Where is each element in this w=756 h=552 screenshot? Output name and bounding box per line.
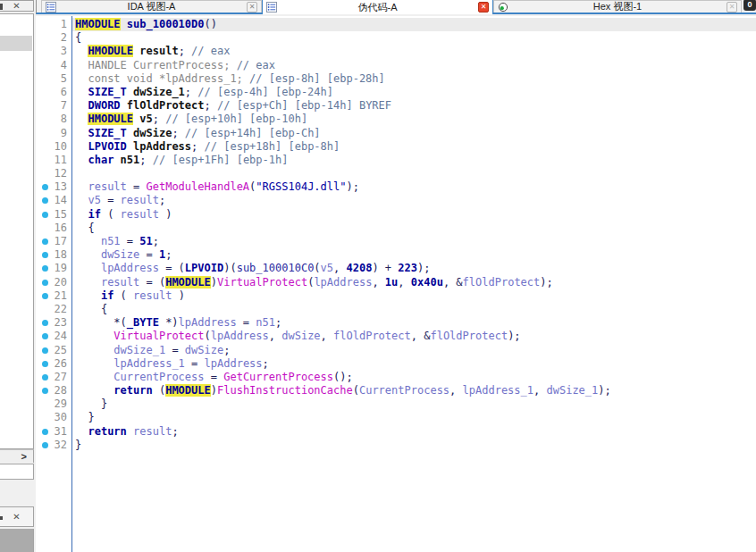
code-text[interactable]: if ( result ) <box>72 289 756 303</box>
breakpoint-dot-icon[interactable] <box>42 333 48 339</box>
code-line[interactable]: 15 if ( result ) <box>36 208 756 222</box>
breakpoint-dot-icon[interactable] <box>42 265 48 272</box>
code-line[interactable]: 24 VirtualProtect(lpAddress, dwSize, flO… <box>36 330 756 343</box>
code-gutter[interactable]: 30 <box>36 411 72 424</box>
breakpoint-dot-icon[interactable] <box>42 293 48 299</box>
code-line[interactable]: 10 LPVOID lpAddress; // [esp+18h] [ebp-8… <box>36 140 756 154</box>
code-text[interactable] <box>72 167 756 180</box>
code-gutter[interactable]: 10 <box>36 140 72 154</box>
code-line[interactable]: 16 { <box>36 222 756 235</box>
tab-ida-view[interactable]: IDA 视图-A ✕ <box>41 0 262 13</box>
tab-hex-view[interactable]: Hex 视图-1 ✕ <box>493 0 742 13</box>
code-gutter[interactable]: 11 <box>36 154 72 167</box>
code-text[interactable]: DWORD flOldProtect; // [esp+Ch] [ebp-14h… <box>72 99 756 113</box>
pseudocode-pane[interactable]: 1HMODULE sub_100010D0()2{3 HMODULE resul… <box>36 16 756 552</box>
code-text[interactable]: { <box>72 303 756 316</box>
code-line[interactable]: 14 v5 = result; <box>36 194 756 207</box>
code-text[interactable]: result = GetModuleHandleA("RGSS104J.dll"… <box>72 180 756 194</box>
code-line[interactable]: 22 { <box>36 303 756 316</box>
code-gutter[interactable]: 9 <box>36 127 72 140</box>
code-line[interactable]: 6 SIZE_T dwSize_1; // [esp-4h] [ebp-24h] <box>36 86 756 99</box>
code-line[interactable]: 18 dwSize = 1; <box>36 248 756 262</box>
code-gutter[interactable]: 27 <box>36 371 72 384</box>
code-gutter[interactable]: 8 <box>36 113 72 126</box>
code-line[interactable]: 11 char n51; // [esp+1Fh] [ebp-1h] <box>36 154 756 167</box>
code-line[interactable]: 4 HANDLE CurrentProcess; // eax <box>36 59 756 72</box>
code-gutter[interactable]: 13 <box>36 180 72 194</box>
code-text[interactable]: { <box>72 31 756 45</box>
code-text[interactable]: lpAddress = (LPVOID)(sub_100010C0(v5, 42… <box>72 262 756 275</box>
code-gutter[interactable]: 26 <box>36 357 72 371</box>
breakpoint-dot-icon[interactable] <box>42 320 48 326</box>
code-text[interactable]: LPVOID lpAddress; // [esp+18h] [ebp-8h] <box>72 140 756 154</box>
code-text[interactable]: v5 = result; <box>72 194 756 207</box>
code-gutter[interactable]: 25 <box>36 344 72 357</box>
code-gutter[interactable]: 21 <box>36 289 72 303</box>
tab-pseudocode[interactable]: 伪代码-A ✕ <box>262 0 493 14</box>
code-gutter[interactable]: 20 <box>36 276 72 289</box>
code-gutter[interactable]: 23 <box>36 316 72 330</box>
code-gutter[interactable]: 28 <box>36 384 72 397</box>
code-gutter[interactable]: 18 <box>36 248 72 262</box>
breakpoint-dot-icon[interactable] <box>42 280 48 286</box>
code-gutter[interactable]: 31 <box>36 425 72 439</box>
close-tab-icon[interactable]: ✕ <box>478 2 489 13</box>
code-line[interactable]: 32} <box>36 439 756 452</box>
code-text[interactable]: lpAddress_1 = lpAddress; <box>72 357 756 371</box>
code-line[interactable]: 31 return result; <box>36 425 756 439</box>
code-gutter[interactable]: 32 <box>36 439 72 452</box>
code-line[interactable]: 8 HMODULE v5; // [esp+10h] [ebp-10h] <box>36 113 756 126</box>
close-tab-icon[interactable]: ✕ <box>247 2 257 13</box>
code-gutter[interactable]: 5 <box>36 72 72 86</box>
code-text[interactable]: } <box>72 411 756 424</box>
breakpoint-dot-icon[interactable] <box>42 197 48 204</box>
breakpoint-dot-icon[interactable] <box>42 442 48 448</box>
breakpoint-dot-icon[interactable] <box>42 374 48 381</box>
code-gutter[interactable]: 29 <box>36 397 72 411</box>
code-line[interactable]: 3 HMODULE result; // eax <box>36 45 756 58</box>
code-text[interactable]: return result; <box>72 425 756 439</box>
code-text[interactable]: HMODULE v5; // [esp+10h] [ebp-10h] <box>72 113 756 126</box>
code-gutter[interactable]: 24 <box>36 330 72 343</box>
code-text[interactable]: *(_BYTE *)lpAddress = n51; <box>72 316 756 330</box>
code-text[interactable]: const void *lpAddress_1; // [esp-8h] [eb… <box>72 72 756 86</box>
code-gutter[interactable]: 6 <box>36 86 72 99</box>
code-text[interactable]: SIZE_T dwSize_1; // [esp-4h] [ebp-24h] <box>72 86 756 99</box>
code-text[interactable]: char n51; // [esp+1Fh] [ebp-1h] <box>72 154 756 167</box>
code-text[interactable]: HMODULE result; // eax <box>72 45 756 58</box>
breakpoint-dot-icon[interactable] <box>42 252 48 258</box>
close-panel-icon[interactable]: ✕ <box>11 511 22 523</box>
code-line[interactable]: 13 result = GetModuleHandleA("RGSS104J.d… <box>36 180 756 194</box>
code-gutter[interactable]: 7 <box>36 99 72 113</box>
breakpoint-dot-icon[interactable] <box>42 388 48 394</box>
code-text[interactable]: { <box>72 222 756 235</box>
breakpoint-dot-icon[interactable] <box>42 347 48 354</box>
code-text[interactable]: SIZE_T dwSize; // [esp+14h] [ebp-Ch] <box>72 127 756 140</box>
code-text[interactable]: dwSize = 1; <box>72 248 756 262</box>
windows-list-button[interactable]: 0 <box>743 0 756 11</box>
code-gutter[interactable]: 3 <box>36 45 72 58</box>
code-line[interactable]: 28 return (HMODULE)FlushInstructionCache… <box>36 384 756 397</box>
code-line[interactable]: 7 DWORD flOldProtect; // [esp+Ch] [ebp-1… <box>36 99 756 113</box>
scroll-right-icon[interactable]: > <box>21 450 27 463</box>
code-line[interactable]: 27 CurrentProcess = GetCurrentProcess(); <box>36 371 756 384</box>
code-line[interactable]: 26 lpAddress_1 = lpAddress; <box>36 357 756 371</box>
code-line[interactable]: 19 lpAddress = (LPVOID)(sub_100010C0(v5,… <box>36 262 756 275</box>
left-panel-titlebar[interactable]: ✕ <box>0 0 34 12</box>
close-tab-icon[interactable]: ✕ <box>727 2 737 13</box>
panel-list-selected-row[interactable] <box>0 36 32 51</box>
code-text[interactable]: CurrentProcess = GetCurrentProcess(); <box>72 371 756 384</box>
code-line[interactable]: 12 <box>36 167 756 180</box>
code-gutter[interactable]: 17 <box>36 235 72 248</box>
breakpoint-dot-icon[interactable] <box>42 184 48 190</box>
code-text[interactable]: } <box>72 439 756 452</box>
code-text[interactable]: return (HMODULE)FlushInstructionCache(Cu… <box>72 384 756 397</box>
code-line[interactable]: 21 if ( result ) <box>36 289 756 303</box>
code-gutter[interactable]: 12 <box>36 167 72 180</box>
code-line[interactable]: 2{ <box>36 31 756 45</box>
code-text[interactable]: if ( result ) <box>72 208 756 222</box>
code-line[interactable]: 9 SIZE_T dwSize; // [esp+14h] [ebp-Ch] <box>36 127 756 140</box>
bottom-panel-titlebar[interactable]: ✕ <box>0 506 34 527</box>
code-gutter[interactable]: 15 <box>36 208 72 222</box>
code-line[interactable]: 29 } <box>36 397 756 411</box>
